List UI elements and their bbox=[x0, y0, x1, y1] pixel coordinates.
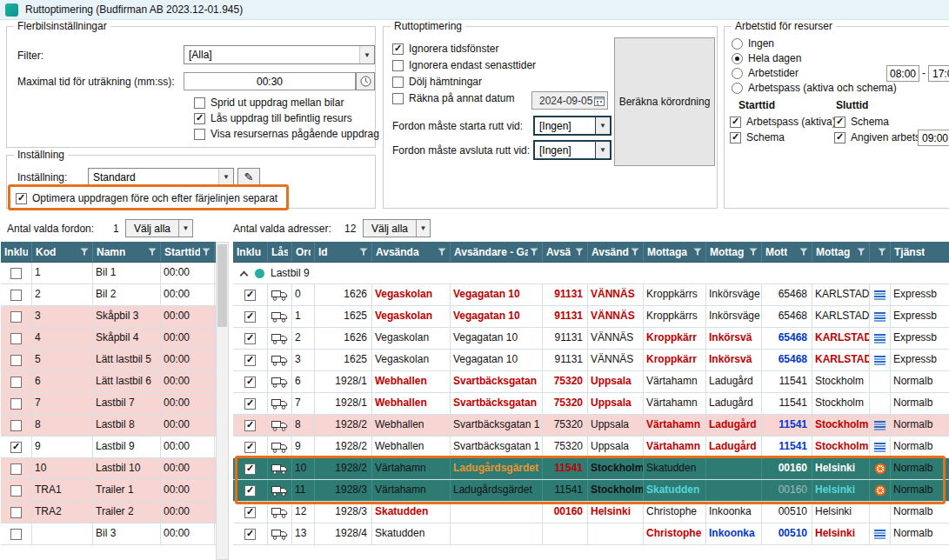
chevron-down-icon[interactable]: ▼ bbox=[359, 46, 374, 63]
radio-arbetstider[interactable]: Arbetstider bbox=[732, 67, 799, 79]
checkbox-box[interactable] bbox=[834, 117, 845, 128]
include-checkbox[interactable] bbox=[244, 311, 256, 323]
vehicle-row[interactable]: TRA1Trailer 100:00 bbox=[1, 480, 216, 502]
checkbox-box[interactable] bbox=[194, 129, 205, 140]
max-time-input[interactable]: 00:30 bbox=[184, 72, 356, 90]
checkbox-rakna-annat-datum[interactable]: Räkna på annat datum bbox=[392, 92, 514, 104]
filter-icon[interactable] bbox=[855, 248, 865, 256]
column-header[interactable]: Kod bbox=[32, 242, 93, 262]
include-checkbox[interactable] bbox=[10, 311, 22, 323]
address-row[interactable]: 91928/2WebhallenSvartbäcksgatan 175320Up… bbox=[233, 437, 949, 458]
address-row[interactable]: 111928/3VärtahamnLadugårdsgärdet11541Sto… bbox=[233, 480, 949, 502]
column-header[interactable]: Mottag bbox=[812, 242, 870, 262]
checkbox-box[interactable] bbox=[392, 93, 404, 104]
include-checkbox[interactable] bbox=[10, 485, 22, 497]
chevron-down-icon[interactable]: ▼ bbox=[595, 142, 610, 158]
angiven-time-input[interactable]: 09:00 bbox=[918, 130, 949, 146]
vehicle-row[interactable]: TRA2Trailer 200:00 bbox=[1, 502, 216, 523]
filter-icon[interactable] bbox=[573, 248, 584, 256]
include-checkbox[interactable] bbox=[10, 268, 22, 279]
filter-icon[interactable] bbox=[629, 248, 639, 256]
filter-icon[interactable] bbox=[436, 248, 446, 256]
vehicle-row[interactable]: 6Lätt lastbil 600:00 bbox=[1, 371, 216, 393]
checkbox-box[interactable] bbox=[194, 113, 205, 124]
include-checkbox[interactable] bbox=[244, 355, 256, 366]
column-header[interactable]: Id bbox=[315, 242, 372, 262]
checkbox-box[interactable] bbox=[194, 97, 205, 109]
vehicle-row[interactable]: 10Lastbil 1000:00 bbox=[1, 458, 216, 480]
chevron-down-icon[interactable]: ▼ bbox=[218, 169, 233, 185]
column-header[interactable]: Namn bbox=[93, 242, 161, 262]
column-header[interactable]: Mott bbox=[762, 242, 812, 262]
checkbox-sprid-ut-uppdrag[interactable]: Sprid ut uppdrag mellan bilar bbox=[194, 97, 344, 109]
filter-icon[interactable] bbox=[876, 248, 886, 256]
select-all-vehicles-button[interactable]: Välj alla ▼ bbox=[125, 219, 193, 237]
checkbox-box[interactable] bbox=[392, 77, 404, 88]
checkbox-box[interactable] bbox=[730, 132, 741, 143]
include-checkbox[interactable] bbox=[10, 333, 22, 344]
include-checkbox[interactable] bbox=[244, 420, 256, 431]
address-row[interactable]: 71928/1WebhallenSvartbäcksgatan75320Upps… bbox=[233, 393, 949, 415]
start-route-dropdown[interactable]: [Ingen] ▼ bbox=[533, 116, 612, 136]
checkbox-box[interactable] bbox=[730, 117, 741, 128]
column-header[interactable] bbox=[870, 242, 891, 262]
checkbox-arbetspass-aktiva[interactable]: Arbetspass (aktiva) bbox=[730, 116, 836, 128]
column-header[interactable]: Mottaga bbox=[644, 242, 706, 262]
edit-setting-button[interactable]: ✎ bbox=[237, 168, 260, 186]
vehicle-row[interactable]: 4Skåpbil 400:00 bbox=[1, 328, 216, 350]
column-header[interactable]: Starttid - bbox=[161, 242, 215, 262]
vehicle-row[interactable]: 8Lastbil 800:00 bbox=[1, 415, 216, 437]
column-header[interactable]: Avsända bbox=[372, 242, 451, 262]
column-header[interactable]: Inklu bbox=[1, 242, 32, 262]
radio-button[interactable] bbox=[732, 83, 743, 94]
address-row[interactable]: 81928/2WebhallenSvartbäcksgatan 175320Up… bbox=[233, 415, 949, 437]
filter-icon[interactable] bbox=[692, 248, 702, 256]
checkbox-box[interactable] bbox=[16, 193, 27, 204]
checkbox-box[interactable] bbox=[834, 132, 845, 143]
radio-ingen[interactable]: Ingen bbox=[732, 37, 774, 50]
column-header[interactable]: Avsändare - Gat bbox=[451, 242, 543, 262]
vehicle-row[interactable]: 2Bil 200:00 bbox=[1, 284, 216, 306]
filter-icon[interactable] bbox=[747, 248, 758, 256]
vehicle-row[interactable]: 5Lätt lastbil 500:00 bbox=[1, 350, 216, 371]
chevron-down-icon[interactable]: ▼ bbox=[416, 220, 430, 237]
filter-icon[interactable] bbox=[146, 248, 157, 256]
include-checkbox[interactable] bbox=[244, 529, 256, 540]
vehicle-row[interactable]: 1Bil 100:00 bbox=[1, 263, 216, 284]
include-checkbox[interactable] bbox=[244, 290, 256, 301]
checkbox-visa-resursernas[interactable]: Visa resursernas pågående uppdrag bbox=[194, 128, 379, 140]
address-row[interactable]: 131928/4SkatuddenChristopheInkoonka00510… bbox=[233, 523, 949, 545]
include-checkbox[interactable] bbox=[244, 333, 256, 344]
include-checkbox[interactable] bbox=[10, 507, 22, 518]
checkbox-ignorera-senasttider[interactable]: Ignorera endast senasttider bbox=[392, 59, 536, 71]
radio-arbetspass[interactable]: Arbetspass (aktiva och schema) bbox=[732, 82, 897, 94]
address-row[interactable]: 01626VegaskolanVegagatan 1091131VÄNNÄSKr… bbox=[233, 284, 949, 306]
include-checkbox[interactable] bbox=[244, 442, 256, 453]
worktime-to-input[interactable]: 17:00 bbox=[928, 65, 949, 82]
include-checkbox[interactable] bbox=[10, 398, 22, 410]
include-checkbox[interactable] bbox=[10, 355, 22, 366]
vehicle-row[interactable]: 3Skåpbil 300:00 bbox=[1, 306, 216, 328]
address-row[interactable]: 11625VegaskolanVegagatan 1091131VÄNNÄSKr… bbox=[233, 306, 949, 328]
include-checkbox[interactable] bbox=[10, 442, 22, 453]
include-checkbox[interactable] bbox=[10, 290, 22, 301]
radio-button[interactable] bbox=[732, 53, 743, 64]
filter-icon[interactable] bbox=[200, 248, 211, 256]
address-row[interactable]: 21626VegaskolanVegagatan 1091131VÄNNÄSKr… bbox=[233, 328, 949, 350]
radio-hela-dagen[interactable]: Hela dagen bbox=[732, 52, 801, 64]
include-checkbox[interactable] bbox=[10, 420, 22, 431]
installning-dropdown[interactable]: Standard ▼ bbox=[88, 168, 234, 186]
include-checkbox[interactable] bbox=[244, 463, 256, 475]
filter-icon[interactable] bbox=[358, 248, 368, 256]
address-row[interactable]: 121928/3Skatudden00160HelsinkiChristophe… bbox=[233, 502, 949, 523]
filter-icon[interactable] bbox=[528, 248, 538, 256]
chevron-down-icon[interactable]: ▼ bbox=[178, 220, 192, 237]
checkbox-box[interactable] bbox=[392, 60, 404, 71]
include-checkbox[interactable] bbox=[244, 398, 256, 410]
chevron-down-icon[interactable]: ▼ bbox=[595, 117, 610, 134]
vehicles-scrollbar[interactable] bbox=[216, 242, 229, 560]
include-checkbox[interactable] bbox=[10, 463, 22, 475]
calculate-route-button[interactable]: Beräkna körordning bbox=[614, 37, 715, 166]
scrollbar-thumb[interactable] bbox=[217, 244, 227, 327]
vehicle-row[interactable]: 9Lastbil 900:00 bbox=[1, 437, 216, 458]
